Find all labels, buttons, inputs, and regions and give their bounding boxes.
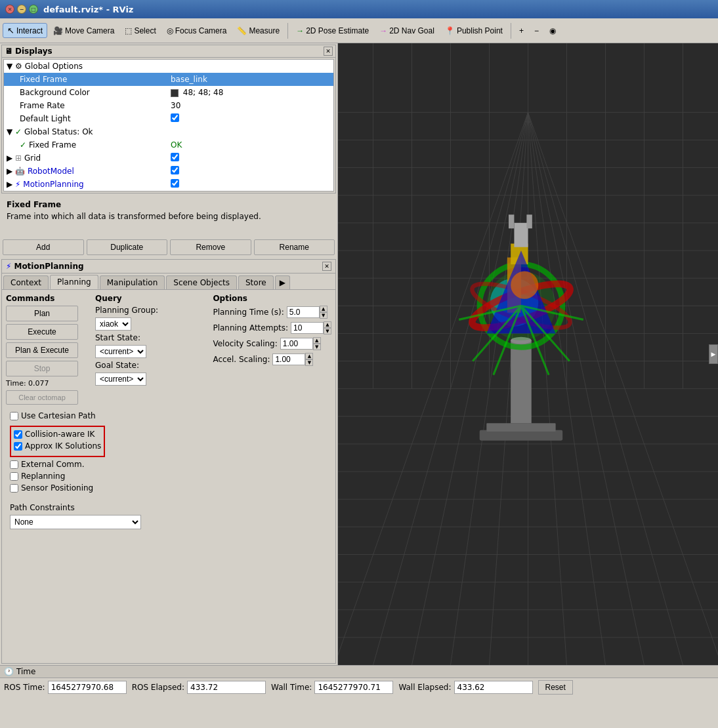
tab-stored[interactable]: Store bbox=[238, 275, 274, 289]
accel-scaling-arrows: ▲ ▼ bbox=[305, 353, 313, 366]
grid-icon: ⊞ bbox=[15, 153, 22, 163]
robot-model-checkbox[interactable] bbox=[171, 166, 179, 174]
planning-attempts-down[interactable]: ▼ bbox=[324, 328, 331, 334]
ros-time-label: ROS Time: bbox=[4, 683, 45, 692]
external-comm-label: External Comm. bbox=[21, 460, 85, 469]
planning-time-up[interactable]: ▲ bbox=[320, 306, 327, 312]
replanning-checkbox[interactable] bbox=[10, 472, 18, 481]
fixed-frame-status-row[interactable]: ✓ Fixed Frame OK bbox=[4, 138, 333, 152]
left-panel: 🖥 Displays ✕ ▼ ⚙ Global Options bbox=[0, 43, 338, 665]
planning-time-down[interactable]: ▼ bbox=[320, 312, 327, 319]
measure-icon: 📏 bbox=[237, 26, 247, 35]
gear-icon: ⚙ bbox=[15, 62, 22, 71]
default-light-checkbox[interactable] bbox=[171, 113, 179, 122]
sensor-positioning-label: Sensor Positioning bbox=[21, 483, 93, 493]
commands-header: Commands bbox=[6, 294, 91, 303]
grid-checkbox[interactable] bbox=[171, 153, 179, 161]
tab-planning[interactable]: Planning bbox=[50, 275, 98, 289]
window-controls[interactable]: ✕ − □ bbox=[5, 5, 38, 14]
motion-planning-display-row[interactable]: ▶ ⚡ MotionPlanning bbox=[4, 178, 333, 191]
view-icon: ◉ bbox=[549, 26, 556, 35]
close-button[interactable]: ✕ bbox=[5, 5, 14, 14]
approx-ik-checkbox[interactable] bbox=[14, 442, 22, 451]
toolbar-separator-1 bbox=[287, 23, 288, 39]
maximize-button[interactable]: □ bbox=[29, 5, 38, 14]
svg-rect-44 bbox=[486, 423, 555, 432]
publish-point-label: Publish Point bbox=[457, 26, 503, 35]
window-title: default.rviz* - RViz bbox=[43, 5, 133, 14]
viewport-collapse-button[interactable]: ▶ bbox=[709, 344, 718, 364]
background-color-row[interactable]: Background Color 48; 48; 48 bbox=[4, 86, 333, 99]
frame-rate-row[interactable]: Frame Rate 30 bbox=[4, 99, 333, 112]
global-options-row[interactable]: ▼ ⚙ Global Options bbox=[4, 60, 333, 73]
velocity-down[interactable]: ▼ bbox=[313, 344, 321, 350]
subtract-icon-button[interactable]: − bbox=[530, 24, 543, 38]
pose-estimate-button[interactable]: → 2D Pose Estimate bbox=[291, 24, 373, 38]
svg-rect-45 bbox=[511, 340, 532, 423]
external-comm-checkbox[interactable] bbox=[10, 460, 18, 469]
clear-octomap-button[interactable]: Clear octomap bbox=[6, 390, 78, 405]
execute-button[interactable]: Execute bbox=[6, 324, 78, 340]
view-icon-button[interactable]: ◉ bbox=[545, 24, 560, 38]
measure-button[interactable]: 📏 Measure bbox=[232, 24, 284, 38]
wall-time-label: Wall Time: bbox=[271, 683, 312, 692]
accel-up[interactable]: ▲ bbox=[305, 353, 313, 359]
velocity-scaling-label: Velocity Scaling: bbox=[213, 339, 277, 348]
stop-button[interactable]: Stop bbox=[6, 361, 78, 376]
select-button[interactable]: ⬚ Select bbox=[120, 24, 160, 38]
start-state-select[interactable]: <current> bbox=[95, 345, 146, 358]
move-camera-label: Move Camera bbox=[65, 26, 114, 35]
plan-execute-button[interactable]: Plan & Execute bbox=[6, 342, 78, 358]
duplicate-button[interactable]: Duplicate bbox=[87, 239, 168, 255]
path-constraints-area: Path Constraints None bbox=[6, 499, 331, 533]
replanning-label: Replanning bbox=[21, 472, 65, 481]
displays-close-button[interactable]: ✕ bbox=[324, 47, 333, 56]
use-cartesian-checkbox[interactable] bbox=[10, 412, 18, 420]
velocity-up[interactable]: ▲ bbox=[313, 337, 321, 344]
accel-scaling-input[interactable] bbox=[272, 354, 305, 365]
motion-close-button[interactable]: ✕ bbox=[322, 262, 331, 271]
planning-group-row: Planning Group: bbox=[95, 306, 209, 315]
query-column: Query Planning Group: xiaok Start State: bbox=[95, 294, 209, 407]
planning-group-select[interactable]: xiaok bbox=[95, 317, 131, 331]
goal-state-select[interactable]: <current> bbox=[95, 373, 146, 386]
planning-attempts-input[interactable] bbox=[291, 322, 324, 334]
select-icon: ⬚ bbox=[125, 26, 132, 35]
accel-down[interactable]: ▼ bbox=[305, 359, 313, 366]
publish-point-button[interactable]: 📍 Publish Point bbox=[440, 24, 507, 38]
fixed-frame-row[interactable]: Fixed Frame base_link bbox=[4, 73, 333, 86]
motion-planning-checkbox[interactable] bbox=[171, 179, 179, 188]
tab-manipulation[interactable]: Manipulation bbox=[100, 275, 165, 289]
path-constraints-select[interactable]: None bbox=[10, 515, 141, 529]
remove-button[interactable]: Remove bbox=[170, 239, 251, 255]
sensor-positioning-checkbox[interactable] bbox=[10, 484, 18, 493]
collision-aware-checkbox[interactable] bbox=[14, 430, 22, 439]
rename-button[interactable]: Rename bbox=[254, 239, 335, 255]
nav-goal-button[interactable]: → 2D Nav Goal bbox=[375, 24, 439, 38]
wall-time-value: 1645277970.71 bbox=[314, 681, 393, 694]
add-button[interactable]: Add bbox=[3, 239, 84, 255]
measure-label: Measure bbox=[249, 26, 280, 35]
robot-model-row[interactable]: ▶ 🤖 RobotModel bbox=[4, 165, 333, 178]
focus-camera-button[interactable]: ◎ Focus Camera bbox=[162, 24, 232, 38]
interact-button[interactable]: ↖ Interact bbox=[3, 23, 47, 38]
3d-viewport[interactable]: ▶ bbox=[338, 43, 718, 665]
tab-context[interactable]: Context bbox=[3, 275, 49, 289]
global-status-row[interactable]: ▼ ✓ Global Status: Ok bbox=[4, 125, 333, 138]
grid-row[interactable]: ▶ ⊞ Grid bbox=[4, 152, 333, 165]
planning-attempts-up[interactable]: ▲ bbox=[324, 321, 331, 328]
tab-overflow-button[interactable]: ▶ bbox=[275, 275, 290, 289]
planning-time-input[interactable] bbox=[287, 306, 320, 318]
tab-scene-objects[interactable]: Scene Objects bbox=[166, 275, 237, 289]
minimize-button[interactable]: − bbox=[17, 5, 26, 14]
move-camera-button[interactable]: 🎥 Move Camera bbox=[49, 24, 119, 38]
reset-button[interactable]: Reset bbox=[538, 680, 573, 695]
planning-time-label: Planning Time (s): bbox=[213, 308, 284, 317]
planning-attempts-label: Planning Attempts: bbox=[213, 323, 288, 333]
default-light-row[interactable]: Default Light bbox=[4, 112, 333, 125]
panel-buttons-row: Add Duplicate Remove Rename bbox=[0, 237, 337, 258]
velocity-scaling-input[interactable] bbox=[280, 338, 313, 350]
add-icon-button[interactable]: + bbox=[515, 24, 528, 38]
goal-state-label-row: Goal State: bbox=[95, 361, 209, 370]
plan-button[interactable]: Plan bbox=[6, 306, 78, 321]
